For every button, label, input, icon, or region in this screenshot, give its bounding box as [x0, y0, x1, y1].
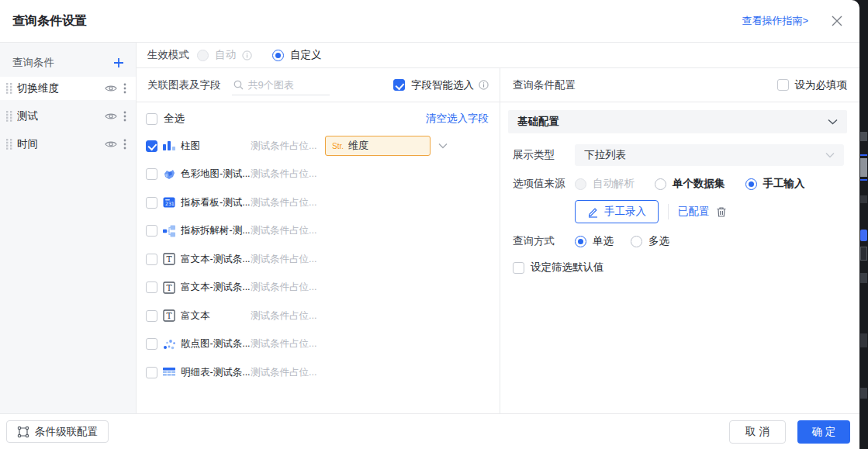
pencil-icon [587, 206, 599, 218]
sidebar-title: 查询条件 [12, 56, 112, 70]
more-vertical-icon[interactable] [123, 111, 126, 122]
default-value-label: 设定筛选默认值 [531, 261, 604, 275]
radio-icon[interactable] [745, 178, 757, 190]
chart-row: 色彩地图-测试... 测试条件占位... [137, 161, 500, 189]
search-icon [233, 80, 244, 90]
condition-placeholder: 测试条件占位... [251, 140, 322, 153]
sidebar-item-condition[interactable]: 时间 [0, 133, 136, 156]
cancel-button[interactable]: 取 消 [729, 420, 786, 444]
cascade-label: 条件级联配置 [35, 425, 98, 439]
configured-link[interactable]: 已配置 [678, 205, 710, 219]
field-value: 维度 [348, 139, 368, 153]
default-value-checkbox[interactable] [513, 262, 524, 274]
radio-icon[interactable] [575, 236, 586, 247]
condition-placeholder: 测试条件占位... [251, 337, 322, 351]
field-select[interactable]: Str. 维度 [325, 136, 448, 156]
radio-icon[interactable] [197, 50, 209, 61]
effect-mode-label: 生效模式 [147, 48, 189, 62]
manual-entry-button[interactable]: 手工录入 [575, 200, 659, 223]
chevron-down-icon [438, 143, 448, 149]
visibility-eye-icon[interactable] [105, 112, 117, 121]
cascade-config-button[interactable]: 条件级联配置 [6, 420, 109, 443]
sidebar-item-condition[interactable]: 切换维度 [0, 77, 136, 100]
smart-select-checkbox[interactable] [393, 79, 405, 91]
row-checkbox[interactable] [146, 310, 157, 322]
display-type-select[interactable]: 下拉列表 [575, 144, 844, 166]
radio-manual-input[interactable]: 手工输入 [745, 177, 805, 191]
chart-row: T 富文本 测试条件占位... [137, 302, 500, 330]
condition-label: 时间 [17, 137, 105, 151]
search-input[interactable] [248, 79, 326, 91]
row-checkbox[interactable] [146, 140, 157, 152]
chart-row: T 富文本-测试条... 测试条件占位... [137, 274, 500, 302]
chevron-down-icon [825, 152, 835, 158]
sidebar-item-condition[interactable]: 测试 [0, 105, 136, 128]
info-icon [479, 80, 489, 90]
drag-handle-icon[interactable] [6, 111, 12, 122]
row-checkbox[interactable] [146, 225, 157, 237]
trash-icon[interactable] [716, 206, 727, 218]
row-checkbox[interactable] [146, 367, 157, 378]
manual-entry-label: 手工录入 [604, 205, 646, 219]
manual-entry-row: 手工录入 已配置 [508, 200, 847, 223]
required-checkbox[interactable] [777, 79, 789, 91]
chart-row: T 富文本-测试条... 测试条件占位... [137, 245, 500, 274]
chart-search[interactable] [232, 75, 330, 95]
radio-multi-select[interactable]: 多选 [631, 234, 669, 248]
rich-text-icon: T [162, 281, 176, 295]
condition-label: 切换维度 [17, 81, 105, 95]
chart-name: 富文本 [181, 309, 251, 323]
chart-row: 柱图 测试条件占位... Str. 维度 [137, 132, 500, 161]
chart-row: 散点图-测试条... 测试条件占位... [137, 330, 500, 359]
display-type-label: 展示类型 [513, 148, 575, 162]
add-condition-button[interactable] [112, 57, 125, 69]
effect-mode-row: 生效模式 自动 自定义 [137, 43, 859, 68]
drag-handle-icon[interactable] [6, 139, 12, 150]
radio-icon[interactable] [272, 50, 284, 61]
radio-icon[interactable] [655, 178, 666, 190]
row-checkbox[interactable] [146, 197, 157, 209]
radio-single-dataset[interactable]: 单个数据集 [655, 177, 725, 191]
basic-config-section[interactable]: 基础配置 [508, 110, 847, 133]
chart-name: 富文本-测试条... [181, 281, 251, 294]
drag-handle-icon[interactable] [6, 83, 12, 94]
dialog-header: 查询条件设置 查看操作指南> [0, 0, 859, 43]
radio-auto[interactable]: 自动 [197, 48, 252, 62]
color-map-icon [162, 168, 176, 181]
config-panel-title: 查询条件配置 [513, 78, 576, 92]
more-vertical-icon[interactable] [123, 139, 126, 150]
clear-selected-link[interactable]: 清空选入字段 [426, 112, 489, 126]
chart-row: 明细表-测试条... 测试条件占位... [137, 358, 500, 387]
decomp-tree-icon [162, 224, 176, 238]
query-mode-label: 查询方式 [513, 234, 575, 248]
visibility-eye-icon[interactable] [105, 140, 117, 149]
value-source-label: 选项值来源 [513, 177, 575, 191]
row-checkbox[interactable] [146, 168, 157, 180]
radio-custom[interactable]: 自定义 [272, 48, 322, 62]
chart-name: 色彩地图-测试... [181, 168, 251, 181]
close-icon[interactable] [830, 14, 844, 28]
rich-text-icon: T [162, 252, 176, 266]
radio-auto-parse[interactable]: 自动解析 [575, 177, 635, 191]
visibility-eye-icon[interactable] [105, 84, 117, 93]
row-checkbox[interactable] [146, 281, 157, 293]
display-type-row: 展示类型 下拉列表 [508, 144, 847, 166]
table-chart-icon [162, 365, 176, 379]
radio-icon[interactable] [631, 236, 642, 247]
guide-link[interactable]: 查看操作指南> [742, 14, 808, 28]
row-checkbox[interactable] [146, 338, 157, 350]
screen: 查询条件设置 查看操作指南> 查询条件 [0, 0, 868, 449]
more-vertical-icon[interactable] [123, 83, 126, 94]
select-all-label: 全选 [164, 112, 185, 126]
select-all-checkbox[interactable] [146, 113, 157, 125]
chevron-down-icon [828, 119, 838, 125]
confirm-button[interactable]: 确 定 [797, 420, 850, 444]
smart-select-label: 字段智能选入 [411, 78, 474, 92]
radio-single-select[interactable]: 单选 [575, 234, 614, 248]
section-title: 基础配置 [517, 115, 828, 129]
dialog-title: 查询条件设置 [12, 13, 87, 29]
condition-placeholder: 测试条件占位... [251, 281, 322, 294]
radio-icon[interactable] [575, 178, 586, 190]
row-checkbox[interactable] [146, 254, 157, 265]
rich-text-icon: T [162, 309, 176, 323]
